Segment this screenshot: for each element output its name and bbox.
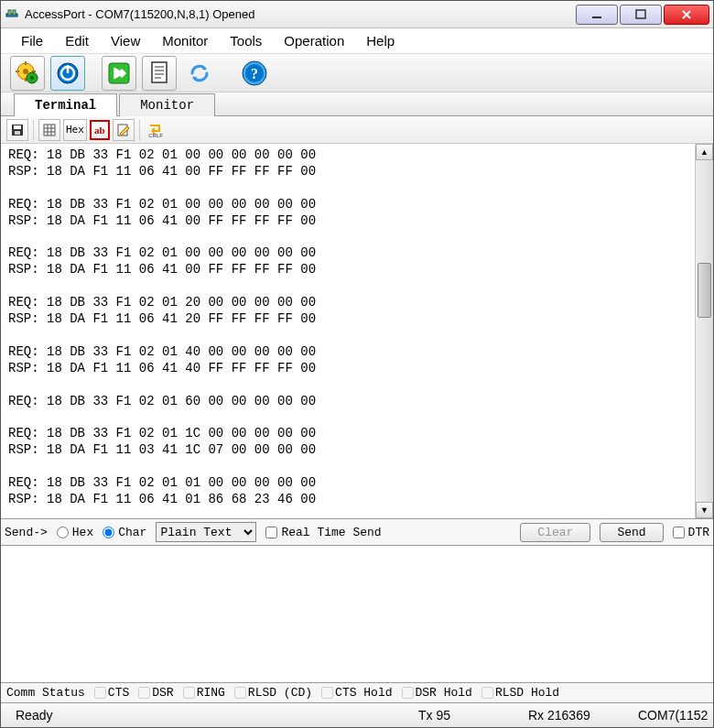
send-button[interactable]: Send (600, 523, 663, 542)
terminal-output[interactable]: REQ: 18 DB 33 F1 02 01 00 00 00 00 00 00… (1, 144, 695, 518)
scroll-up-icon[interactable]: ▲ (696, 144, 713, 160)
window-title: AccessPort - COM7(115200,N,8,1) Opened (25, 7, 576, 21)
hex-radio-label[interactable]: Hex (57, 526, 93, 539)
svg-rect-17 (152, 62, 167, 82)
ring-flag: RING (183, 686, 225, 700)
tab-monitor[interactable]: Monitor (119, 93, 215, 116)
svg-text:CRLF: CRLF (148, 133, 163, 138)
terminal-wrapper: REQ: 18 DB 33 F1 02 01 00 00 00 00 00 00… (1, 144, 713, 518)
dtr-checkbox-label[interactable]: DTR (673, 526, 709, 539)
format-select[interactable]: Plain Text (156, 522, 256, 542)
window-titlebar: AccessPort - COM7(115200,N,8,1) Opened (1, 1, 713, 28)
run-button[interactable] (102, 56, 136, 91)
dsr-flag: DSR (138, 686, 173, 700)
menu-operation[interactable]: Operation (273, 29, 355, 52)
hex-mode-button[interactable]: Hex (63, 119, 87, 141)
tab-row: Terminal Monitor (1, 92, 713, 116)
send-label: Send-> (5, 526, 48, 539)
crlf-icon[interactable]: CRLF (145, 119, 167, 141)
svg-rect-3 (592, 16, 601, 18)
menu-view[interactable]: View (100, 29, 151, 52)
svg-rect-27 (15, 131, 20, 135)
divider (139, 120, 140, 140)
status-tx: Tx 95 (411, 708, 521, 723)
scroll-down-icon[interactable]: ▼ (696, 502, 713, 518)
svg-point-12 (30, 76, 34, 80)
cts-flag: CTS (94, 686, 129, 700)
sub-toolbar: Hex ab CRLF (1, 116, 713, 144)
help-button[interactable]: ? (237, 56, 272, 91)
text-mode-button[interactable]: ab (90, 120, 110, 140)
settings-button[interactable] (10, 56, 45, 91)
menu-help[interactable]: Help (355, 29, 406, 52)
menu-edit[interactable]: Edit (54, 29, 100, 52)
divider (33, 120, 34, 140)
status-port: COM7(1152 (631, 708, 714, 723)
dsr-hold-flag: DSR Hold (402, 686, 472, 700)
grid-icon[interactable] (38, 119, 60, 141)
rlsd-hold-flag: RLSD Hold (481, 686, 559, 700)
svg-rect-1 (8, 10, 11, 15)
menubar: File Edit View Monitor Tools Operation H… (1, 28, 713, 54)
status-bar: Ready Tx 95 Rx 216369 COM7(1152 (1, 703, 713, 727)
cts-hold-flag: CTS Hold (321, 686, 392, 700)
close-button[interactable] (664, 5, 709, 25)
menu-tools[interactable]: Tools (219, 29, 273, 52)
svg-text:?: ? (251, 66, 258, 81)
vertical-scrollbar[interactable]: ▲ ▼ (695, 144, 713, 518)
char-radio[interactable] (103, 527, 114, 538)
tab-terminal[interactable]: Terminal (14, 93, 117, 116)
hex-radio[interactable] (57, 527, 69, 538)
power-button[interactable] (50, 56, 85, 91)
save-icon[interactable] (6, 119, 28, 141)
realtime-checkbox[interactable] (265, 527, 277, 538)
rlsd-flag: RLSD (CD) (234, 686, 312, 700)
menu-file[interactable]: File (10, 29, 54, 52)
send-textarea[interactable] (1, 546, 713, 683)
svg-rect-26 (14, 125, 21, 129)
dtr-checkbox[interactable] (673, 527, 685, 538)
comm-status-label: Comm Status (6, 686, 85, 700)
edit-icon[interactable] (113, 119, 135, 141)
status-ready: Ready (8, 708, 411, 723)
scroll-thumb[interactable] (698, 263, 711, 318)
comm-status-bar: Comm Status CTS DSR RING RLSD (CD) CTS H… (1, 683, 713, 703)
main-toolbar: ? (1, 54, 713, 92)
char-radio-label[interactable]: Char (103, 526, 146, 539)
svg-rect-2 (13, 10, 16, 15)
status-rx: Rx 216369 (521, 708, 631, 723)
refresh-button[interactable] (182, 56, 217, 91)
app-icon (5, 7, 19, 22)
send-bar: Send-> Hex Char Plain Text Real Time Sen… (1, 518, 713, 546)
minimize-button[interactable] (576, 5, 618, 25)
clear-button[interactable]: Clear (520, 523, 590, 542)
svg-rect-4 (636, 10, 645, 18)
menu-monitor[interactable]: Monitor (151, 29, 219, 52)
maximize-button[interactable] (620, 5, 662, 25)
svg-rect-28 (44, 125, 55, 136)
svg-point-6 (23, 69, 28, 74)
document-button[interactable] (142, 56, 177, 91)
realtime-checkbox-label[interactable]: Real Time Send (265, 526, 381, 539)
